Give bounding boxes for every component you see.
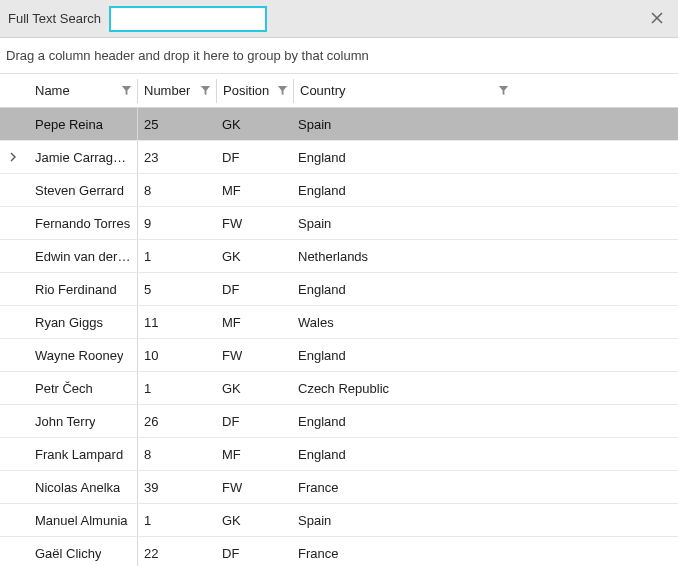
cell-text: Petr Čech <box>35 381 93 396</box>
cell-text: 26 <box>144 414 158 429</box>
table-row[interactable]: Manuel Almunia1GKSpain <box>0 504 678 537</box>
cell-text: Rio Ferdinand <box>35 282 117 297</box>
filter-icon[interactable] <box>277 85 289 97</box>
cell-text: Czech Republic <box>298 381 389 396</box>
cell-text: 1 <box>144 381 151 396</box>
cell-number: 22 <box>138 537 216 566</box>
search-input[interactable] <box>109 6 267 32</box>
header-row: Name Number Position Country <box>0 74 678 108</box>
table-row[interactable]: Jamie Carragher23DFEngland <box>0 141 678 174</box>
cell-text: Fernando Torres <box>35 216 130 231</box>
cell-position: MF <box>216 174 292 206</box>
group-by-hint: Drag a column header and drop it here to… <box>6 48 369 63</box>
cell-country: England <box>292 339 512 371</box>
cell-text: Wales <box>298 315 334 330</box>
cell-number: 26 <box>138 405 216 437</box>
cell-position: MF <box>216 438 292 470</box>
column-header-label: Name <box>35 83 70 98</box>
column-header-position[interactable]: Position <box>217 74 293 107</box>
table-row[interactable]: Petr Čech1GKCzech Republic <box>0 372 678 405</box>
filter-icon[interactable] <box>121 85 133 97</box>
cell-text: Steven Gerrard <box>35 183 124 198</box>
cell-text: Jamie Carragher <box>35 150 131 165</box>
filter-icon[interactable] <box>498 85 510 97</box>
table-row[interactable]: John Terry26DFEngland <box>0 405 678 438</box>
cell-number: 9 <box>138 207 216 239</box>
table-row[interactable]: Frank Lampard8MFEngland <box>0 438 678 471</box>
cell-number: 1 <box>138 504 216 536</box>
cell-country: England <box>292 174 512 206</box>
cell-name: Wayne Rooney <box>29 339 137 371</box>
cell-text: GK <box>222 117 241 132</box>
cell-position: FW <box>216 471 292 503</box>
cell-text: 25 <box>144 117 158 132</box>
cell-text: Wayne Rooney <box>35 348 123 363</box>
cell-country: Wales <box>292 306 512 338</box>
table-row[interactable]: Edwin van der Sar1GKNetherlands <box>0 240 678 273</box>
table-row[interactable]: Ryan Giggs11MFWales <box>0 306 678 339</box>
cell-name: Manuel Almunia <box>29 504 137 536</box>
cell-text: Netherlands <box>298 249 368 264</box>
chevron-right-icon <box>8 152 18 162</box>
table-row[interactable]: Nicolas Anelka39FWFrance <box>0 471 678 504</box>
cell-country: Netherlands <box>292 240 512 272</box>
column-header-label: Number <box>144 83 190 98</box>
cell-text: Manuel Almunia <box>35 513 128 528</box>
column-header-country[interactable]: Country <box>294 74 514 107</box>
cell-name: Petr Čech <box>29 372 137 404</box>
close-icon <box>651 11 663 27</box>
cell-name: Steven Gerrard <box>29 174 137 206</box>
cell-country: Czech Republic <box>292 372 512 404</box>
row-expander[interactable] <box>0 152 26 162</box>
table-row[interactable]: Gaël Clichy22DFFrance <box>0 537 678 566</box>
cell-text: GK <box>222 513 241 528</box>
group-by-drop-area[interactable]: Drag a column header and drop it here to… <box>0 38 678 74</box>
cell-text: England <box>298 282 346 297</box>
cell-position: GK <box>216 504 292 536</box>
table-row[interactable]: Wayne Rooney10FWEngland <box>0 339 678 372</box>
cell-position: DF <box>216 405 292 437</box>
table-row[interactable]: Steven Gerrard8MFEngland <box>0 174 678 207</box>
filter-icon[interactable] <box>200 85 212 97</box>
cell-text: England <box>298 348 346 363</box>
cell-text: 1 <box>144 513 151 528</box>
cell-text: 39 <box>144 480 158 495</box>
cell-text: Spain <box>298 216 331 231</box>
search-bar: Full Text Search <box>0 0 678 38</box>
cell-text: John Terry <box>35 414 95 429</box>
close-search-button[interactable] <box>648 10 666 28</box>
cell-name: Ryan Giggs <box>29 306 137 338</box>
cell-number: 1 <box>138 372 216 404</box>
column-header-name[interactable]: Name <box>29 74 137 107</box>
cell-text: Pepe Reina <box>35 117 103 132</box>
table-row[interactable]: Pepe Reina25GKSpain <box>0 108 678 141</box>
cell-text: Gaël Clichy <box>35 546 101 561</box>
cell-country: England <box>292 273 512 305</box>
column-header-number[interactable]: Number <box>138 74 216 107</box>
cell-text: DF <box>222 282 239 297</box>
cell-text: MF <box>222 447 241 462</box>
cell-number: 11 <box>138 306 216 338</box>
cell-country: France <box>292 537 512 566</box>
cell-name: Nicolas Anelka <box>29 471 137 503</box>
cell-name: Jamie Carragher <box>29 141 137 173</box>
grid-body: Pepe Reina25GKSpainJamie Carragher23DFEn… <box>0 108 678 566</box>
cell-number: 5 <box>138 273 216 305</box>
cell-position: MF <box>216 306 292 338</box>
cell-text: 8 <box>144 447 151 462</box>
cell-text: England <box>298 150 346 165</box>
column-header-label: Country <box>300 83 346 98</box>
cell-text: England <box>298 414 346 429</box>
cell-text: FW <box>222 348 242 363</box>
cell-name: John Terry <box>29 405 137 437</box>
cell-text: FW <box>222 480 242 495</box>
table-row[interactable]: Fernando Torres9FWSpain <box>0 207 678 240</box>
expander-header-spacer <box>0 74 26 107</box>
column-header-label: Position <box>223 83 269 98</box>
cell-number: 39 <box>138 471 216 503</box>
table-row[interactable]: Rio Ferdinand5DFEngland <box>0 273 678 306</box>
cell-text: England <box>298 447 346 462</box>
cell-text: France <box>298 546 338 561</box>
cell-text: GK <box>222 249 241 264</box>
cell-position: DF <box>216 537 292 566</box>
